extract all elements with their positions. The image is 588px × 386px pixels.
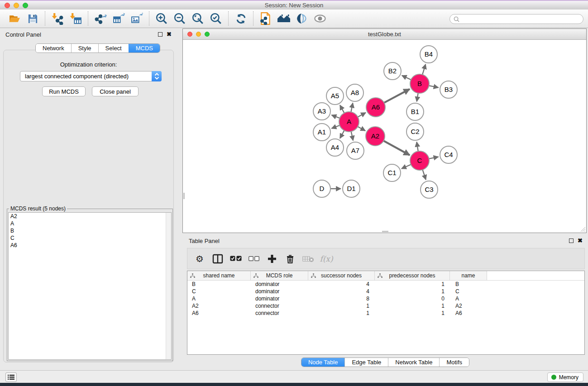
close-table-panel-icon[interactable]: ✖	[578, 238, 583, 243]
cell-mcds-role[interactable]: connector	[251, 303, 308, 309]
graph-node-A8[interactable]: A8	[346, 84, 363, 101]
float-table-panel-icon[interactable]	[569, 238, 574, 243]
network-window-titlebar[interactable]: testGlobe.txt	[183, 29, 586, 40]
graph-node-A1[interactable]: A1	[313, 124, 330, 141]
select-all-checkboxes-icon[interactable]	[230, 253, 242, 265]
cell-shared-name[interactable]: A2	[187, 303, 251, 309]
graph-edge-A2-C[interactable]	[383, 140, 410, 155]
cell-name[interactable]: A	[450, 295, 487, 302]
tab-select[interactable]: Select	[98, 44, 129, 52]
list-scrollbar[interactable]	[166, 213, 171, 359]
table-options-gear-icon[interactable]: ⚙	[194, 253, 206, 265]
graph-node-C1[interactable]: C1	[383, 164, 401, 181]
graph-edge-A-A2[interactable]	[357, 126, 366, 131]
search-input[interactable]	[462, 16, 579, 22]
graph-edge-C-C4[interactable]	[428, 157, 439, 159]
run-mcds-button[interactable]: Run MCDS	[42, 86, 86, 96]
criterion-dropdown[interactable]: largest connected component (directed)	[20, 71, 162, 81]
graph-edge-B-B4[interactable]	[422, 64, 426, 76]
close-panel-button[interactable]: Close panel	[92, 86, 139, 96]
graph-edge-C-C1[interactable]	[402, 164, 412, 169]
cell-name[interactable]: C	[450, 288, 487, 295]
graph-node-B[interactable]: B	[410, 74, 429, 93]
table-tab-edge-table[interactable]: Edge Table	[344, 358, 388, 367]
zoom-selected-icon[interactable]	[207, 11, 225, 26]
open-session-icon[interactable]	[5, 11, 24, 26]
graph-node-C[interactable]: C	[410, 151, 429, 170]
mcds-result-item[interactable]: B	[9, 227, 171, 234]
export-table-icon[interactable]	[110, 11, 128, 26]
mcds-result-item[interactable]: C	[9, 234, 171, 242]
graph-node-A4[interactable]: A4	[326, 139, 344, 156]
graph-node-B4[interactable]: B4	[420, 46, 437, 63]
new-network-from-selection-icon[interactable]	[257, 11, 275, 26]
graph-node-D1[interactable]: D1	[343, 180, 360, 197]
graph-edge-B-B2[interactable]	[402, 76, 412, 80]
hide-graphics-details-icon[interactable]	[311, 11, 329, 26]
graph-node-B3[interactable]: B3	[440, 81, 457, 98]
graph-node-A3[interactable]: A3	[313, 103, 330, 120]
mcds-result-item[interactable]: A	[9, 220, 171, 227]
cell-predecessor-nodes[interactable]: 1	[375, 310, 450, 316]
column-header-predecessor-nodes[interactable]: predecessor nodes	[375, 271, 450, 280]
graph-node-C4[interactable]: C4	[440, 146, 457, 163]
zoom-fit-icon[interactable]	[189, 11, 207, 26]
cell-predecessor-nodes[interactable]: 1	[375, 281, 450, 287]
cell-name[interactable]: A2	[450, 303, 487, 309]
graph-edge-C-C3[interactable]	[422, 169, 426, 180]
graph-node-C2[interactable]: C2	[406, 123, 424, 140]
delete-row-icon[interactable]	[284, 253, 296, 265]
graph-edge-A-A7[interactable]	[351, 131, 353, 141]
import-table-icon[interactable]	[67, 11, 85, 26]
graph-node-D[interactable]: D	[313, 180, 330, 197]
cell-successor-nodes[interactable]: 8	[308, 295, 375, 302]
graph-edge-A-A1[interactable]	[332, 125, 341, 129]
cell-successor-nodes[interactable]: 1	[308, 303, 375, 309]
cell-shared-name[interactable]: A6	[187, 310, 251, 316]
cell-predecessor-nodes[interactable]: 1	[375, 288, 450, 295]
cell-mcds-role[interactable]: connector	[251, 310, 308, 316]
canvas-hscroll-thumb[interactable]	[382, 231, 388, 232]
close-panel-icon[interactable]: ✖	[167, 32, 172, 37]
export-network-icon[interactable]	[91, 11, 110, 26]
home-view-icon[interactable]	[275, 11, 293, 26]
cell-successor-nodes[interactable]: 1	[308, 310, 375, 316]
export-image-icon[interactable]	[128, 11, 146, 26]
import-network-icon[interactable]	[48, 11, 67, 26]
tab-mcds[interactable]: MCDS	[129, 44, 160, 52]
graph-edge-A-A4[interactable]	[340, 130, 344, 138]
column-header-successor-nodes[interactable]: successor nodes	[308, 271, 375, 280]
table-row[interactable]: A2connector11A2	[187, 302, 584, 310]
graph-edge-A6-B[interactable]	[383, 89, 410, 103]
visual-properties-icon[interactable]	[293, 11, 311, 26]
task-history-button[interactable]	[5, 372, 17, 382]
graph-edge-A-A5[interactable]	[340, 105, 344, 114]
table-tab-motifs[interactable]: Motifs	[439, 358, 469, 367]
zoom-in-icon[interactable]	[153, 11, 171, 26]
cell-shared-name[interactable]: B	[187, 281, 251, 287]
cell-successor-nodes[interactable]: 4	[308, 281, 375, 287]
network-canvas[interactable]: B4B2BB3A8A5A6A3B1AC2A1A2A4A7C4CC1C3DD1	[183, 40, 586, 233]
table-row[interactable]: Cdominator41C	[187, 288, 584, 295]
float-panel-icon[interactable]	[158, 32, 163, 37]
graph-node-A5[interactable]: A5	[326, 87, 344, 105]
graph-node-A[interactable]: A	[339, 112, 359, 132]
refresh-icon[interactable]	[232, 11, 250, 26]
memory-button[interactable]: Memory	[547, 372, 583, 382]
cell-shared-name[interactable]: A	[187, 295, 251, 302]
add-row-icon[interactable]	[266, 253, 278, 265]
table-tab-network-table[interactable]: Network Table	[388, 358, 439, 367]
cell-mcds-role[interactable]: dominator	[251, 288, 308, 295]
canvas-vscroll-thumb[interactable]	[183, 193, 185, 199]
graph-edge-B-B1[interactable]	[417, 92, 418, 102]
graph-edge-A-A6[interactable]	[357, 113, 366, 118]
column-header-name[interactable]: name	[450, 271, 487, 280]
zoom-out-icon[interactable]	[171, 11, 189, 26]
tab-style[interactable]: Style	[71, 44, 98, 52]
table-row[interactable]: Bdominator41B	[187, 281, 584, 288]
graph-node-B2[interactable]: B2	[384, 62, 401, 80]
tab-network[interactable]: Network	[36, 44, 71, 52]
cell-name[interactable]: A6	[450, 310, 487, 316]
graph-node-A6[interactable]: A6	[366, 98, 385, 117]
cell-mcds-role[interactable]: dominator	[251, 295, 308, 302]
